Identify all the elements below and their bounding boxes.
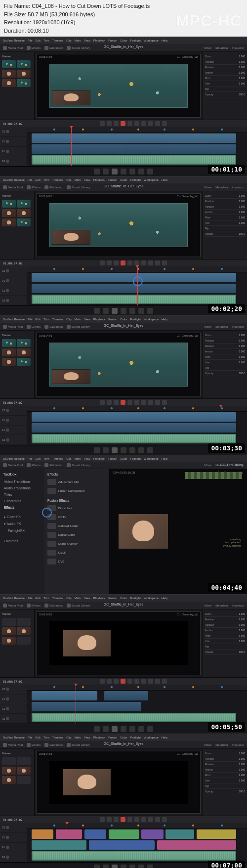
effect-item[interactable]: Colored Border xyxy=(46,521,107,530)
source-viewer[interactable]: 01:06:04:0601 - Gameplay_Vid xyxy=(37,54,201,118)
timeline-tool-button[interactable] xyxy=(100,121,105,126)
menu-help[interactable]: Help xyxy=(162,457,167,460)
timeline-tool-button[interactable] xyxy=(162,679,167,684)
marker[interactable] xyxy=(111,129,113,130)
menu-timeline[interactable]: Timeline xyxy=(52,597,63,600)
menu-view[interactable]: View xyxy=(84,457,90,460)
timeline-tool-button[interactable] xyxy=(100,679,105,684)
page-cut-button[interactable] xyxy=(103,726,109,732)
marker[interactable] xyxy=(221,268,223,270)
inspector-row[interactable]: Position0.000 xyxy=(205,617,245,622)
source-viewer[interactable]: 01:06:04:0601 - Gameplay_Vid xyxy=(37,333,201,396)
inspector-row[interactable]: Opacity100.0 xyxy=(205,371,245,376)
media-thumb[interactable] xyxy=(2,209,16,217)
timeline-tool-button[interactable] xyxy=(107,679,112,684)
track-header-V2[interactable]: V2 xyxy=(0,266,27,276)
menu-mark[interactable]: Mark xyxy=(75,457,81,460)
menu-fairlight[interactable]: Fairlight xyxy=(130,736,140,739)
marker[interactable] xyxy=(137,129,139,130)
marker[interactable] xyxy=(164,825,165,826)
track-header-A1[interactable]: A1 xyxy=(0,286,27,296)
video-clip[interactable] xyxy=(141,829,164,839)
menu-playback[interactable]: Playback xyxy=(93,457,105,460)
marker[interactable] xyxy=(192,129,194,130)
timeline-viewer[interactable]: 72% 00:30:10:08 01 - Gameplay_Vid someth… xyxy=(109,469,247,594)
media-pool-panel[interactable]: Master xyxy=(0,331,35,398)
page-edit-button[interactable] xyxy=(112,447,118,453)
menu-help[interactable]: Help xyxy=(162,178,167,181)
timeline-tool-button[interactable] xyxy=(114,121,119,126)
inspector-row[interactable]: Opacity100.0 xyxy=(205,650,245,655)
marker[interactable] xyxy=(53,825,55,826)
inspector-row[interactable]: Yaw0.000 xyxy=(205,220,245,226)
page-fairlight-button[interactable] xyxy=(138,865,144,868)
page-edit-button[interactable] xyxy=(112,169,118,174)
timeline-ruler[interactable] xyxy=(27,823,247,829)
inspector-row[interactable]: Zoom1.000 xyxy=(205,611,245,617)
marker[interactable] xyxy=(53,129,55,130)
effects-cat-audio-transitions[interactable]: Audio Transitions xyxy=(3,485,41,491)
toolbar-inspector[interactable]: Inspector xyxy=(232,46,244,49)
timeline-tool-button[interactable] xyxy=(134,260,139,265)
video-clip[interactable] xyxy=(32,284,236,293)
video-clip[interactable] xyxy=(165,829,194,839)
timeline-tool-button[interactable] xyxy=(155,679,160,684)
media-thumb[interactable] xyxy=(2,60,16,68)
inspector-row[interactable]: Pitch0.000 xyxy=(205,215,245,220)
toolbar-media-pool[interactable]: Media Pool xyxy=(3,46,23,50)
audio-fx[interactable]: ▾ Audio FX xyxy=(3,521,41,527)
timeline-tool-button[interactable] xyxy=(127,817,132,822)
menu-clip[interactable]: Clip xyxy=(66,736,71,739)
marker[interactable] xyxy=(192,407,194,409)
marker[interactable] xyxy=(53,686,55,688)
timeline-tool-button[interactable] xyxy=(107,121,112,126)
source-viewer[interactable]: 01:06:04:0601 - Gameplay_Vid xyxy=(37,611,201,675)
page-fusion-button[interactable] xyxy=(121,169,126,174)
menu-fusion[interactable]: Fusion xyxy=(108,39,117,42)
toolbar-sound-library[interactable]: Sound Library xyxy=(67,46,90,50)
inspector-row[interactable]: Pitch0.000 xyxy=(205,354,245,360)
inspector-panel[interactable]: Zoom1.000Position0.000Rotation0.000Ancho… xyxy=(203,331,247,398)
page-color-button[interactable] xyxy=(129,865,135,868)
timeline-tool-button[interactable] xyxy=(141,121,146,126)
timeline-tool-button[interactable] xyxy=(114,400,119,405)
menu-trim[interactable]: Trim xyxy=(43,736,49,739)
menu-edit[interactable]: Edit xyxy=(36,39,41,42)
timeline-tool-button[interactable] xyxy=(155,260,160,265)
track-header-A2[interactable]: A2 xyxy=(0,296,27,305)
toolbar-sound-library[interactable]: Sound Library xyxy=(67,325,90,329)
marker[interactable] xyxy=(192,268,194,270)
inspector-row[interactable]: Flip xyxy=(205,783,245,789)
inspector-row[interactable]: Flip xyxy=(205,365,245,371)
inspector-row[interactable]: Position0.000 xyxy=(205,59,245,65)
inspector-row[interactable]: Rotation0.000 xyxy=(205,204,245,210)
page-deliver-button[interactable] xyxy=(147,308,153,314)
source-viewer[interactable]: 01:06:04:0601 - Gameplay_Vid xyxy=(37,193,201,257)
page-color-button[interactable] xyxy=(129,726,135,732)
video-clip[interactable] xyxy=(84,829,107,839)
video-lane[interactable] xyxy=(27,133,247,144)
audio-lane[interactable] xyxy=(27,712,247,723)
menu-mark[interactable]: Mark xyxy=(75,736,81,739)
page-fusion-button[interactable] xyxy=(121,865,126,868)
track-header-V2[interactable]: V2 xyxy=(0,406,27,416)
page-fairlight-button[interactable] xyxy=(138,308,144,314)
menu-edit[interactable]: Edit xyxy=(36,736,41,739)
mute-icon[interactable] xyxy=(6,826,9,829)
track-header-V2[interactable]: V2 xyxy=(0,127,27,137)
inspector-panel[interactable]: Zoom1.000Position0.000Rotation0.000Ancho… xyxy=(203,749,247,816)
page-cut-button[interactable] xyxy=(103,865,109,868)
inspector-row[interactable]: Opacity100.0 xyxy=(205,92,245,97)
marker[interactable] xyxy=(82,825,84,826)
marker[interactable] xyxy=(137,825,139,826)
menu-mark[interactable]: Mark xyxy=(75,318,81,321)
page-fusion-button[interactable] xyxy=(121,726,126,732)
menu-color[interactable]: Color xyxy=(120,457,127,460)
menu-file[interactable]: File xyxy=(28,318,33,321)
toolbar-effects[interactable]: Effects xyxy=(27,463,41,467)
effect-item[interactable]: Digital Glitch xyxy=(46,530,107,539)
video-clip[interactable] xyxy=(32,412,236,422)
page-media-button[interactable] xyxy=(94,726,100,732)
effect-item[interactable]: Drone Overlay xyxy=(46,539,107,548)
mute-icon[interactable] xyxy=(6,717,9,720)
